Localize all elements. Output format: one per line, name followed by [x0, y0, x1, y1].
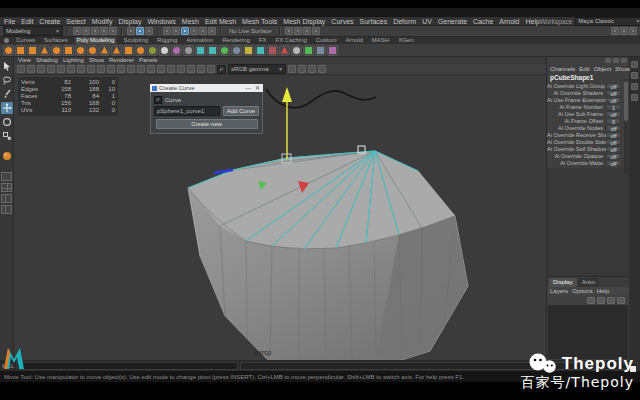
- wireframe-icon[interactable]: [67, 65, 75, 73]
- motion-blur-icon[interactable]: [127, 65, 135, 73]
- move-tool[interactable]: [1, 102, 13, 114]
- layer-menu-layers[interactable]: Layers: [550, 288, 568, 294]
- menu-modify[interactable]: Modify: [92, 17, 113, 26]
- new-empty-layer-button[interactable]: [587, 297, 595, 304]
- shelf-poly-plane-icon[interactable]: [63, 45, 74, 56]
- menu-mesh[interactable]: Mesh: [182, 17, 199, 26]
- shelf-tab-xgen[interactable]: XGen: [396, 37, 415, 44]
- attribute-value-field[interactable]: 0: [606, 118, 621, 124]
- hyperbolic-icon[interactable]: [613, 58, 619, 63]
- layer-list[interactable]: [548, 305, 628, 359]
- select-by-object-icon[interactable]: [136, 27, 144, 35]
- layout-persp-uv-button[interactable]: [1, 205, 12, 214]
- safe-title-icon[interactable]: [197, 65, 205, 73]
- snap-to-point-icon[interactable]: [181, 27, 189, 35]
- gate-mask-icon[interactable]: [177, 65, 185, 73]
- poly-mesh[interactable]: [188, 146, 468, 360]
- shelf-tab-animation[interactable]: Animation: [184, 37, 215, 44]
- sidebar-attribute-editor-icon[interactable]: [620, 27, 628, 35]
- select-tool[interactable]: [1, 60, 13, 72]
- shelf-target-weld-icon[interactable]: [291, 45, 302, 56]
- shelf-quad-draw-icon[interactable]: [303, 45, 314, 56]
- exposure-icon[interactable]: [207, 65, 215, 73]
- select-by-component-icon[interactable]: [145, 27, 153, 35]
- shelf-poly-pipe-icon[interactable]: [123, 45, 134, 56]
- shelf-poly-cube-icon[interactable]: [15, 45, 26, 56]
- attribute-value-field[interactable]: 1: [606, 104, 621, 110]
- shelf-tab-arnold[interactable]: Arnold: [344, 37, 365, 44]
- shelf-poly-prism-icon[interactable]: [111, 45, 122, 56]
- sidebar-tool-settings-icon[interactable]: [629, 27, 637, 35]
- menu-surfaces[interactable]: Surfaces: [360, 17, 388, 26]
- panel-menu-show[interactable]: Show: [89, 57, 104, 64]
- snap-to-projected-center-icon[interactable]: [190, 27, 198, 35]
- attribute-value-field[interactable]: off: [606, 160, 621, 166]
- menu-windows[interactable]: Windows: [147, 17, 175, 26]
- resolution-gate-icon[interactable]: [167, 65, 175, 73]
- shelf-tab-sculpting[interactable]: Sculpting: [121, 37, 150, 44]
- shelf-poly-pyramid-icon[interactable]: [99, 45, 110, 56]
- panel-menu-view[interactable]: View: [18, 57, 31, 64]
- layout-persp-outliner-button[interactable]: [1, 194, 12, 203]
- attribute-row[interactable]: Ai Override Matteoff: [547, 159, 629, 166]
- shelf-tab-poly-modeling[interactable]: Poly Modeling: [75, 37, 117, 44]
- textured-icon[interactable]: [87, 65, 95, 73]
- xray-icon[interactable]: [318, 65, 326, 73]
- channel-box-tab-icon[interactable]: [631, 61, 638, 68]
- safe-action-icon[interactable]: [187, 65, 195, 73]
- create-curve-dialog[interactable]: Create Curve — ✕ ✓ Curve pSphere1_curve1…: [150, 84, 263, 134]
- shelf-poly-gear-icon[interactable]: [147, 45, 158, 56]
- shelf-sculpt-tool-icon[interactable]: [183, 45, 194, 56]
- panel-menu-panels[interactable]: Panels: [139, 57, 157, 64]
- snap-to-grid-icon[interactable]: [163, 27, 171, 35]
- menu-curves[interactable]: Curves: [331, 17, 353, 26]
- command-input[interactable]: [16, 362, 238, 370]
- shelf-separate-icon[interactable]: [207, 45, 218, 56]
- save-scene-icon[interactable]: [91, 27, 99, 35]
- shelf-bevel-icon[interactable]: [243, 45, 254, 56]
- panel-menu-shading[interactable]: Shading: [36, 57, 58, 64]
- channel-box-menu-object[interactable]: Object: [594, 66, 611, 72]
- workspace-selector[interactable]: Workspace Maya Classic ▼: [540, 17, 640, 26]
- select-camera-icon[interactable]: [17, 65, 25, 73]
- layout-four-pane-button[interactable]: [1, 183, 12, 192]
- attribute-row[interactable]: Ai Use Sub Frameoff: [547, 110, 629, 117]
- attribute-row[interactable]: Ai Override Nodesoff: [547, 124, 629, 131]
- open-scene-icon[interactable]: [82, 27, 90, 35]
- smooth-shade-all-icon[interactable]: [77, 65, 85, 73]
- screen-space-ao-icon[interactable]: [117, 65, 125, 73]
- shelf-poly-cylinder-icon[interactable]: [27, 45, 38, 56]
- minimize-icon[interactable]: —: [244, 84, 252, 92]
- attribute-row[interactable]: Ai Use Frame Extensionoff: [547, 96, 629, 103]
- attribute-row[interactable]: Ai Frame Number1: [547, 103, 629, 110]
- attribute-editor-tab-icon[interactable]: [631, 72, 638, 79]
- attribute-value-field[interactable]: off: [606, 146, 621, 152]
- new-scene-icon[interactable]: [73, 27, 81, 35]
- manip-update-icon[interactable]: [621, 58, 627, 63]
- layer-tab-display[interactable]: Display: [549, 278, 577, 287]
- select-by-hierarchy-icon[interactable]: [127, 27, 135, 35]
- shelf-poly-sphere-icon[interactable]: [3, 45, 14, 56]
- attribute-value-field[interactable]: off: [606, 83, 621, 89]
- menu-uv[interactable]: UV: [422, 17, 432, 26]
- shelf-tab-mash[interactable]: MASH: [370, 37, 391, 44]
- use-all-lights-icon[interactable]: [97, 65, 105, 73]
- menu-cache[interactable]: Cache: [473, 17, 493, 26]
- curve-checkbox[interactable]: ✓: [154, 96, 162, 104]
- shelf-poly-cone-icon[interactable]: [39, 45, 50, 56]
- gear-icon[interactable]: [4, 38, 9, 43]
- shadows-icon[interactable]: [107, 65, 115, 73]
- close-icon[interactable]: ✕: [254, 84, 261, 92]
- shelf-tab-custom[interactable]: Custom: [314, 37, 339, 44]
- attribute-value-field[interactable]: off: [606, 125, 621, 131]
- sidebar-channel-box-icon[interactable]: [611, 27, 619, 35]
- shelf-extrude-icon[interactable]: [267, 45, 278, 56]
- make-live-icon[interactable]: [208, 27, 216, 35]
- shelf-poly-platonic-icon[interactable]: [87, 45, 98, 56]
- menu-deform[interactable]: Deform: [393, 17, 416, 26]
- multisample-aa-icon[interactable]: [137, 65, 145, 73]
- rotate-tool[interactable]: [1, 116, 13, 128]
- shelf-tab-fx-caching[interactable]: FX Caching: [273, 37, 308, 44]
- attribute-value-field[interactable]: off: [606, 132, 621, 138]
- layer-options-button[interactable]: [617, 297, 625, 304]
